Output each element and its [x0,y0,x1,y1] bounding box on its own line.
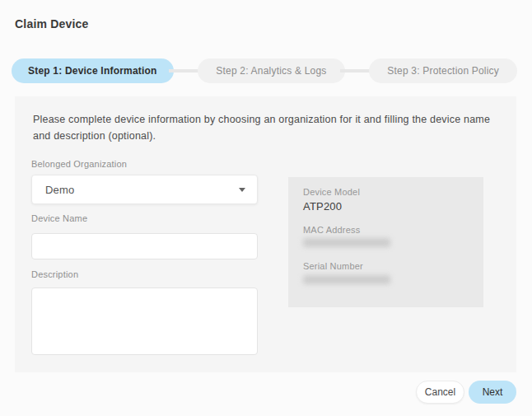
device-model-value: ATP200 [303,200,342,213]
mac-address-label: MAC Address [303,225,360,235]
step-1-device-information[interactable]: Step 1: Device Information [12,58,174,83]
next-button[interactable]: Next [469,381,516,404]
page-title: Claim Device [15,17,89,30]
description-textarea[interactable] [31,287,258,355]
step-2-analytics-logs[interactable]: Step 2: Analytics & Logs [198,58,344,83]
serial-number-label: Serial Number [303,261,363,271]
step-3-protection-policy[interactable]: Step 3: Protection Policy [369,58,517,83]
device-summary-panel: Device Model ATP200 MAC Address Serial N… [288,177,483,307]
description-label: Description [31,269,78,279]
serial-number-redacted-value [303,275,390,284]
device-model-label: Device Model [303,187,360,197]
device-information-panel: Please complete device information by ch… [15,96,516,372]
device-name-input[interactable] [31,233,258,259]
cancel-button[interactable]: Cancel [416,381,464,404]
wizard-step-bar: Step 1: Device Information Step 2: Analy… [12,58,517,83]
organization-select[interactable]: Demo [31,175,258,204]
organization-selected-value: Demo [45,184,74,196]
instructions-text: Please complete device information by ch… [33,111,506,145]
mac-address-redacted-value [303,238,390,247]
organization-label: Belonged Organization [31,159,127,169]
chevron-down-icon [239,188,245,192]
claim-device-dialog: Claim Device Step 1: Device Information … [0,0,532,416]
device-name-label: Device Name [31,213,87,223]
